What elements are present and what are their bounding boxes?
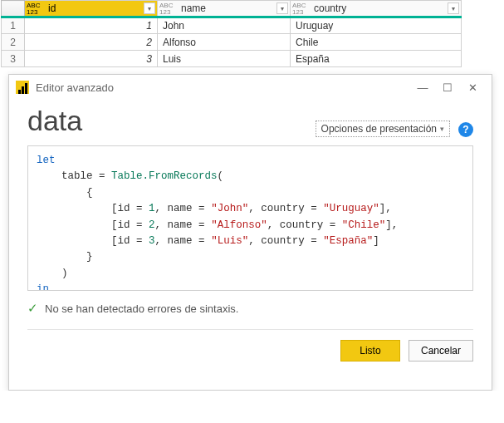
column-name: name xyxy=(181,2,206,14)
window-title: Editor avanzado xyxy=(36,81,410,94)
column-header-country[interactable]: ABC123 country ▾ xyxy=(291,1,462,17)
column-name: country xyxy=(314,2,346,14)
table-row[interactable]: 3 3 Luis España xyxy=(2,51,462,67)
cancel-button[interactable]: Cancelar xyxy=(409,340,473,362)
table-corner-icon[interactable] xyxy=(2,1,25,17)
syntax-status: ✓ No se han detectado errores de sintaxi… xyxy=(27,301,473,316)
datatype-icon: ABC123 xyxy=(27,2,40,16)
advanced-editor-dialog: Editor avanzado data Opciones de present… xyxy=(8,74,492,391)
done-button[interactable]: Listo xyxy=(340,340,400,362)
data-preview-table: ABC123 id ▾ ABC123 name ▾ ABC123 country… xyxy=(1,0,462,67)
check-icon: ✓ xyxy=(27,301,38,316)
cell-name[interactable]: Luis xyxy=(158,51,291,67)
column-header-id[interactable]: ABC123 id ▾ xyxy=(25,1,158,17)
column-dropdown-icon[interactable]: ▾ xyxy=(144,2,155,14)
minimize-button[interactable] xyxy=(410,78,435,96)
status-text: No se han detectado errores de sintaxis. xyxy=(45,302,238,315)
close-button[interactable] xyxy=(460,78,485,96)
divider xyxy=(27,329,473,330)
row-number: 1 xyxy=(2,17,25,34)
column-dropdown-icon[interactable]: ▾ xyxy=(276,2,288,14)
table-row[interactable]: 1 1 John Uruguay xyxy=(2,17,462,34)
datatype-icon: ABC123 xyxy=(159,2,173,16)
query-name-heading: data xyxy=(27,105,316,137)
cell-country[interactable]: España xyxy=(291,51,462,67)
cell-id[interactable]: 1 xyxy=(25,17,158,34)
column-header-name[interactable]: ABC123 name ▾ xyxy=(158,1,291,17)
row-number: 2 xyxy=(2,34,25,51)
cell-name[interactable]: Alfonso xyxy=(158,34,291,51)
cell-name[interactable]: John xyxy=(158,17,291,34)
cell-id[interactable]: 2 xyxy=(25,34,158,51)
cell-country[interactable]: Uruguay xyxy=(291,17,462,34)
column-name: id xyxy=(48,2,56,14)
display-options-dropdown[interactable]: Opciones de presentación ▾ xyxy=(316,121,450,137)
cell-id[interactable]: 3 xyxy=(25,51,158,67)
code-editor[interactable]: let table = Table.FromRecords( { [id = 1… xyxy=(27,145,473,291)
chevron-down-icon: ▾ xyxy=(440,125,444,133)
row-number: 3 xyxy=(2,51,25,67)
powerbi-logo-icon xyxy=(16,81,29,94)
column-dropdown-icon[interactable]: ▾ xyxy=(448,2,459,14)
help-button[interactable]: ? xyxy=(458,122,473,137)
titlebar[interactable]: Editor avanzado xyxy=(9,75,492,100)
datatype-icon: ABC123 xyxy=(292,2,306,16)
table-row[interactable]: 2 2 Alfonso Chile xyxy=(2,34,462,51)
display-options-label: Opciones de presentación xyxy=(321,123,437,135)
maximize-button[interactable] xyxy=(435,78,460,96)
cell-country[interactable]: Chile xyxy=(291,34,462,51)
